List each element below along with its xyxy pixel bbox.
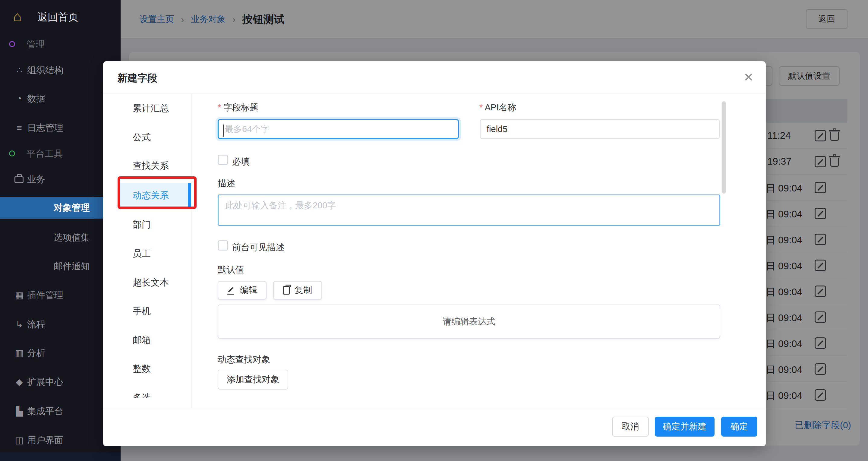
modal-scrollbar-thumb[interactable]: [722, 101, 726, 193]
field-type-label: 部门: [133, 212, 151, 237]
field-type-nav: 累计汇总 公式 查找关系 动态关系 部门 员工 超长文本 手机 邮箱 整数 多选: [103, 93, 191, 398]
list-icon: ≡: [13, 120, 25, 136]
modal-title: 新建字段: [118, 71, 157, 85]
confirm-and-new-button[interactable]: 确定并新建: [655, 417, 715, 437]
sidebar-group-platform-tools[interactable]: 平台工具: [0, 146, 121, 162]
field-type-label: 超长文本: [133, 270, 169, 295]
sidebar-item-user-interface[interactable]: ◫ 用户界面: [0, 432, 121, 448]
sidebar-item-log-management[interactable]: ≡ 日志管理: [0, 120, 121, 136]
flow-icon: ↳: [13, 316, 25, 332]
field-type-dynamic-relation[interactable]: 动态关系: [119, 183, 191, 208]
field-title-label: 字段标题: [218, 102, 258, 114]
copy-button-label: 复制: [294, 284, 312, 296]
sidebar-item-mail-notification[interactable]: 邮件通知: [0, 258, 121, 274]
sidebar-item-label: 业务: [27, 172, 45, 187]
sidebar: ⌂ 返回首页 管理 ∴ 组织结构 ◔ 数据 ≡ 日志管理 平台工具 业务 对象管…: [0, 0, 121, 461]
api-name-label: API名称: [479, 102, 517, 114]
bar-chart-icon: ▥: [13, 345, 25, 361]
description-label: 描述: [218, 178, 235, 190]
sidebar-group-admin[interactable]: 管理: [0, 36, 121, 52]
description-textarea[interactable]: [218, 194, 720, 226]
front-visible-checkbox[interactable]: [218, 240, 228, 250]
new-field-modal: 新建字段 × 累计汇总 公式 查找关系 动态关系 部门 员工 超长文本 手机 邮…: [103, 61, 766, 446]
cancel-button[interactable]: 取消: [612, 417, 649, 437]
sidebar-item-label: 选项值集: [54, 230, 90, 245]
sidebar-item-extension-center[interactable]: ◆ 扩展中心: [0, 374, 121, 390]
required-checkbox-label: 必填: [232, 156, 250, 168]
add-lookup-object-button[interactable]: 添加查找对象: [218, 370, 288, 390]
edit-button-label: 编辑: [240, 284, 257, 296]
field-type-label: 查找关系: [133, 153, 169, 178]
sidebar-item-label: 返回首页: [37, 9, 79, 25]
nav-divider: [191, 93, 191, 408]
sidebar-item-org-structure[interactable]: ∴ 组织结构: [0, 62, 121, 78]
home-icon: ⌂: [13, 8, 22, 24]
field-type-label: 累计汇总: [133, 96, 169, 121]
field-type-email[interactable]: 邮箱: [103, 328, 191, 352]
sidebar-item-data[interactable]: ◔ 数据: [0, 91, 121, 106]
field-type-integer[interactable]: 整数: [103, 357, 191, 381]
sidebar-item-label: 邮件通知: [54, 258, 90, 274]
pie-chart-icon: ◔: [13, 91, 25, 106]
close-icon[interactable]: ×: [744, 69, 753, 85]
sidebar-item-label: 对象管理: [54, 197, 90, 219]
sidebar-item-option-value-set[interactable]: 选项值集: [0, 230, 121, 245]
copy-icon: [283, 286, 290, 295]
sidebar-item-business[interactable]: 业务: [0, 172, 121, 187]
field-type-label: 手机: [133, 299, 151, 324]
buildings-icon: ▙: [13, 403, 25, 419]
api-name-input[interactable]: [480, 119, 720, 139]
field-type-lookup-relation[interactable]: 查找关系: [103, 153, 191, 178]
sidebar-item-analysis[interactable]: ▥ 分析: [0, 345, 121, 361]
modal-footer: 取消 确定并新建 确定: [103, 408, 766, 446]
field-type-label: 邮箱: [133, 328, 151, 352]
sidebar-item-label: 日志管理: [27, 120, 63, 136]
circle-purple-icon: [9, 41, 15, 47]
puzzle-icon: ◆: [13, 374, 25, 390]
field-type-rollup[interactable]: 累计汇总: [103, 96, 191, 121]
copy-expression-button[interactable]: 复制: [273, 281, 322, 300]
required-checkbox[interactable]: [218, 155, 228, 165]
screen: 设置主页 › 业务对象 › 按钮测试 返回 默认值设置 11:24 19:37 …: [0, 0, 868, 461]
sidebar-item-plugin-management[interactable]: ▦ 插件管理: [0, 287, 121, 303]
front-visible-label: 前台可见描述: [232, 242, 285, 253]
modal-header: 新建字段 ×: [103, 61, 766, 93]
field-type-label: 动态关系: [133, 183, 169, 208]
field-type-formula[interactable]: 公式: [103, 125, 191, 150]
sidebar-item-label: 流程: [27, 316, 45, 332]
field-type-multi-select[interactable]: 多选: [103, 385, 191, 398]
sidebar-item-label: 用户界面: [27, 432, 63, 448]
selected-indicator-bar: [188, 183, 191, 208]
sidebar-item-label: 插件管理: [27, 287, 63, 303]
pencil-icon: [227, 286, 235, 295]
grid-icon: ▦: [13, 287, 25, 303]
grid2-icon: ◫: [13, 432, 25, 448]
text-cursor: [223, 125, 224, 136]
default-value-label: 默认值: [218, 264, 244, 276]
sidebar-group-label: 平台工具: [27, 146, 63, 162]
edit-expression-button[interactable]: 编辑: [218, 281, 267, 300]
field-title-input[interactable]: [218, 119, 459, 139]
sidebar-item-object-management[interactable]: 对象管理: [0, 197, 121, 219]
sidebar-item-home[interactable]: ⌂ 返回首页: [0, 9, 121, 25]
org-tree-icon: ∴: [13, 62, 25, 78]
field-type-department[interactable]: 部门: [103, 212, 191, 237]
briefcase-icon: [14, 176, 24, 183]
field-type-label: 公式: [133, 125, 151, 150]
sidebar-item-label: 分析: [27, 345, 45, 361]
field-type-employee[interactable]: 员工: [103, 241, 191, 266]
field-type-long-text[interactable]: 超长文本: [103, 270, 191, 295]
field-type-label: 多选: [133, 385, 151, 398]
expression-placeholder: 请编辑表达式: [443, 316, 495, 328]
sidebar-item-label: 组织结构: [27, 62, 63, 78]
sidebar-group-label: 管理: [27, 36, 44, 52]
sidebar-item-label: 数据: [27, 91, 45, 106]
field-type-phone[interactable]: 手机: [103, 299, 191, 324]
expression-editor-box[interactable]: 请编辑表达式: [218, 305, 720, 339]
sidebar-item-integration-platform[interactable]: ▙ 集成平台: [0, 403, 121, 419]
dynamic-lookup-label: 动态查找对象: [218, 354, 270, 366]
field-type-label: 员工: [133, 241, 151, 266]
sidebar-item-workflow[interactable]: ↳ 流程: [0, 316, 121, 332]
confirm-button[interactable]: 确定: [721, 417, 757, 437]
field-type-label: 整数: [133, 357, 151, 381]
